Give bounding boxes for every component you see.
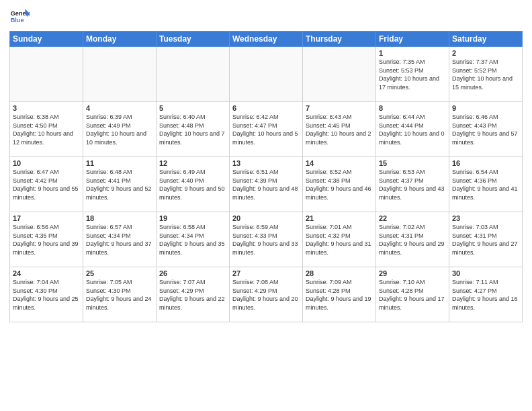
- calendar-cell: 1Sunrise: 7:35 AM Sunset: 5:53 PM Daylig…: [376, 47, 449, 102]
- day-number: 1: [379, 49, 446, 57]
- day-detail: Sunrise: 7:04 AM Sunset: 4:30 PM Dayligh…: [13, 278, 80, 312]
- day-detail: Sunrise: 6:44 AM Sunset: 4:44 PM Dayligh…: [379, 113, 446, 146]
- calendar-cell: 20Sunrise: 6:59 AM Sunset: 4:33 PM Dayli…: [230, 212, 303, 267]
- calendar: SundayMondayTuesdayWednesdayThursdayFrid…: [9, 31, 523, 322]
- day-number: 2: [452, 49, 519, 57]
- day-number: 27: [232, 269, 300, 277]
- day-number: 21: [306, 214, 373, 222]
- day-number: 9: [452, 104, 519, 112]
- calendar-cell: 17Sunrise: 6:56 AM Sunset: 4:35 PM Dayli…: [10, 212, 83, 267]
- day-detail: Sunrise: 6:54 AM Sunset: 4:36 PM Dayligh…: [452, 168, 519, 201]
- day-detail: Sunrise: 6:57 AM Sunset: 4:34 PM Dayligh…: [86, 223, 153, 257]
- day-number: 16: [452, 159, 519, 167]
- calendar-cell: 14Sunrise: 6:52 AM Sunset: 4:38 PM Dayli…: [303, 157, 376, 212]
- day-detail: Sunrise: 6:47 AM Sunset: 4:42 PM Dayligh…: [13, 168, 80, 201]
- calendar-week: 24Sunrise: 7:04 AM Sunset: 4:30 PM Dayli…: [10, 267, 523, 322]
- calendar-cell: 18Sunrise: 6:57 AM Sunset: 4:34 PM Dayli…: [83, 212, 157, 267]
- day-detail: Sunrise: 7:01 AM Sunset: 4:32 PM Dayligh…: [306, 223, 373, 257]
- day-number: 29: [379, 269, 446, 277]
- day-detail: Sunrise: 6:53 AM Sunset: 4:37 PM Dayligh…: [379, 168, 446, 201]
- day-number: 3: [13, 104, 80, 112]
- calendar-cell: 8Sunrise: 6:44 AM Sunset: 4:44 PM Daylig…: [376, 102, 449, 157]
- day-number: 22: [379, 214, 446, 222]
- calendar-cell: 10Sunrise: 6:47 AM Sunset: 4:42 PM Dayli…: [10, 157, 83, 212]
- day-number: 7: [306, 104, 373, 112]
- weekday-header: Sunday: [10, 32, 83, 47]
- day-number: 15: [379, 159, 446, 167]
- day-detail: Sunrise: 6:59 AM Sunset: 4:33 PM Dayligh…: [232, 223, 300, 257]
- calendar-cell: [303, 47, 376, 102]
- calendar-cell: [10, 47, 83, 102]
- calendar-week: 3Sunrise: 6:38 AM Sunset: 4:50 PM Daylig…: [10, 102, 523, 157]
- calendar-cell: [157, 47, 230, 102]
- calendar-cell: 24Sunrise: 7:04 AM Sunset: 4:30 PM Dayli…: [10, 267, 83, 322]
- weekday-header: Monday: [83, 32, 157, 47]
- day-detail: Sunrise: 6:58 AM Sunset: 4:34 PM Dayligh…: [159, 223, 226, 257]
- day-detail: Sunrise: 7:02 AM Sunset: 4:31 PM Dayligh…: [379, 223, 446, 257]
- calendar-cell: 19Sunrise: 6:58 AM Sunset: 4:34 PM Dayli…: [157, 212, 230, 267]
- day-number: 17: [13, 214, 80, 222]
- weekday-header: Saturday: [449, 32, 523, 47]
- day-number: 14: [306, 159, 373, 167]
- day-number: 8: [379, 104, 446, 112]
- calendar-cell: 2Sunrise: 7:37 AM Sunset: 5:52 PM Daylig…: [449, 47, 523, 102]
- calendar-cell: 26Sunrise: 7:07 AM Sunset: 4:29 PM Dayli…: [157, 267, 230, 322]
- calendar-cell: 13Sunrise: 6:51 AM Sunset: 4:39 PM Dayli…: [230, 157, 303, 212]
- day-number: 25: [86, 269, 153, 277]
- calendar-cell: 6Sunrise: 6:42 AM Sunset: 4:47 PM Daylig…: [230, 102, 303, 157]
- day-number: 11: [86, 159, 153, 167]
- calendar-cell: 28Sunrise: 7:09 AM Sunset: 4:28 PM Dayli…: [303, 267, 376, 322]
- logo-icon: General Blue: [9, 7, 30, 27]
- calendar-cell: 27Sunrise: 7:08 AM Sunset: 4:29 PM Dayli…: [230, 267, 303, 322]
- svg-text:Blue: Blue: [11, 17, 24, 24]
- day-detail: Sunrise: 7:08 AM Sunset: 4:29 PM Dayligh…: [232, 278, 300, 312]
- weekday-header: Wednesday: [230, 32, 303, 47]
- day-detail: Sunrise: 7:09 AM Sunset: 4:28 PM Dayligh…: [306, 278, 373, 312]
- day-detail: Sunrise: 6:39 AM Sunset: 4:49 PM Dayligh…: [86, 113, 153, 146]
- calendar-cell: 29Sunrise: 7:10 AM Sunset: 4:28 PM Dayli…: [376, 267, 449, 322]
- day-detail: Sunrise: 7:11 AM Sunset: 4:27 PM Dayligh…: [452, 278, 519, 312]
- day-detail: Sunrise: 6:56 AM Sunset: 4:35 PM Dayligh…: [13, 223, 80, 257]
- day-detail: Sunrise: 7:07 AM Sunset: 4:29 PM Dayligh…: [159, 278, 226, 312]
- calendar-cell: 4Sunrise: 6:39 AM Sunset: 4:49 PM Daylig…: [83, 102, 157, 157]
- day-detail: Sunrise: 6:38 AM Sunset: 4:50 PM Dayligh…: [13, 113, 80, 146]
- calendar-cell: 15Sunrise: 6:53 AM Sunset: 4:37 PM Dayli…: [376, 157, 449, 212]
- calendar-week: 17Sunrise: 6:56 AM Sunset: 4:35 PM Dayli…: [10, 212, 523, 267]
- day-detail: Sunrise: 6:40 AM Sunset: 4:48 PM Dayligh…: [159, 113, 226, 146]
- calendar-cell: 3Sunrise: 6:38 AM Sunset: 4:50 PM Daylig…: [10, 102, 83, 157]
- calendar-cell: 16Sunrise: 6:54 AM Sunset: 4:36 PM Dayli…: [449, 157, 523, 212]
- calendar-cell: 23Sunrise: 7:03 AM Sunset: 4:31 PM Dayli…: [449, 212, 523, 267]
- page: General Blue SundayMondayTuesdayWednesda…: [0, 0, 532, 411]
- day-detail: Sunrise: 6:42 AM Sunset: 4:47 PM Dayligh…: [232, 113, 300, 146]
- day-detail: Sunrise: 7:35 AM Sunset: 5:53 PM Dayligh…: [379, 58, 446, 91]
- day-detail: Sunrise: 7:37 AM Sunset: 5:52 PM Dayligh…: [452, 58, 519, 91]
- weekday-header: Thursday: [303, 32, 376, 47]
- day-detail: Sunrise: 7:03 AM Sunset: 4:31 PM Dayligh…: [452, 223, 519, 257]
- calendar-cell: 5Sunrise: 6:40 AM Sunset: 4:48 PM Daylig…: [157, 102, 230, 157]
- weekday-header: Tuesday: [157, 32, 230, 47]
- day-number: 20: [232, 214, 300, 222]
- calendar-cell: 21Sunrise: 7:01 AM Sunset: 4:32 PM Dayli…: [303, 212, 376, 267]
- day-number: 19: [159, 214, 226, 222]
- day-number: 13: [232, 159, 300, 167]
- calendar-cell: [230, 47, 303, 102]
- day-detail: Sunrise: 6:48 AM Sunset: 4:41 PM Dayligh…: [86, 168, 153, 201]
- calendar-cell: 22Sunrise: 7:02 AM Sunset: 4:31 PM Dayli…: [376, 212, 449, 267]
- day-number: 10: [13, 159, 80, 167]
- weekday-header: Friday: [376, 32, 449, 47]
- day-detail: Sunrise: 6:46 AM Sunset: 4:43 PM Dayligh…: [452, 113, 519, 146]
- calendar-cell: 9Sunrise: 6:46 AM Sunset: 4:43 PM Daylig…: [449, 102, 523, 157]
- logo: General Blue: [9, 7, 30, 27]
- calendar-cell: 7Sunrise: 6:43 AM Sunset: 4:45 PM Daylig…: [303, 102, 376, 157]
- day-detail: Sunrise: 6:52 AM Sunset: 4:38 PM Dayligh…: [306, 168, 373, 201]
- day-number: 6: [232, 104, 300, 112]
- day-number: 4: [86, 104, 153, 112]
- calendar-cell: 11Sunrise: 6:48 AM Sunset: 4:41 PM Dayli…: [83, 157, 157, 212]
- calendar-cell: 12Sunrise: 6:49 AM Sunset: 4:40 PM Dayli…: [157, 157, 230, 212]
- calendar-week: 1Sunrise: 7:35 AM Sunset: 5:53 PM Daylig…: [10, 47, 523, 102]
- day-number: 26: [159, 269, 226, 277]
- calendar-cell: [83, 47, 157, 102]
- calendar-week: 10Sunrise: 6:47 AM Sunset: 4:42 PM Dayli…: [10, 157, 523, 212]
- day-detail: Sunrise: 6:49 AM Sunset: 4:40 PM Dayligh…: [159, 168, 226, 201]
- day-detail: Sunrise: 6:43 AM Sunset: 4:45 PM Dayligh…: [306, 113, 373, 146]
